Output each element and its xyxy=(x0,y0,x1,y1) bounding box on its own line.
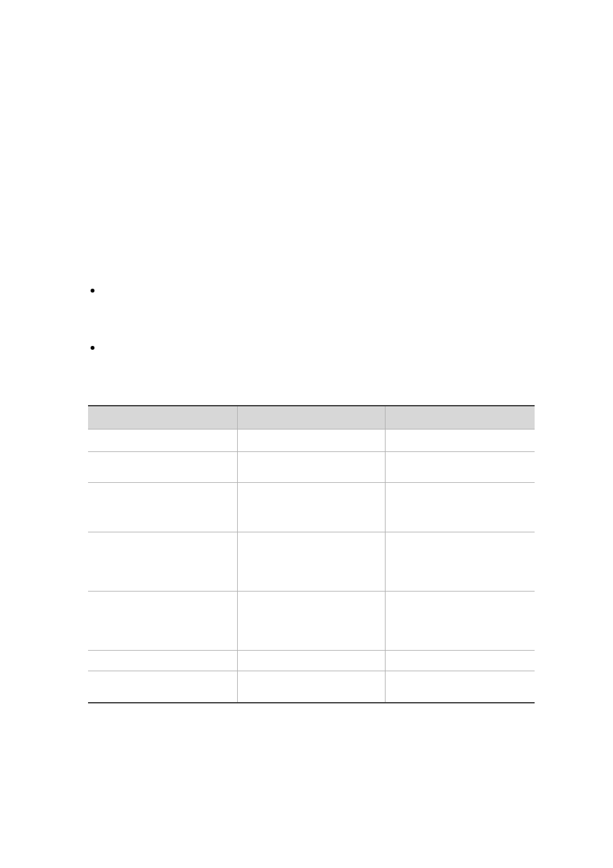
table-cell xyxy=(385,650,535,671)
table-cell xyxy=(385,671,535,703)
table-cell xyxy=(237,532,385,591)
table-row xyxy=(88,451,535,482)
table-cell xyxy=(88,429,237,451)
table-row xyxy=(88,650,535,671)
table-cell xyxy=(237,650,385,671)
bullet-icon xyxy=(91,289,94,293)
table-header-cell xyxy=(385,406,535,429)
table-cell xyxy=(385,429,535,451)
table-cell xyxy=(237,429,385,451)
table-cell xyxy=(385,532,535,591)
table-cell xyxy=(237,591,385,650)
table-row xyxy=(88,532,535,591)
table-row xyxy=(88,591,535,650)
table-cell xyxy=(88,482,237,532)
table-cell xyxy=(385,591,535,650)
table-row xyxy=(88,671,535,703)
bullet-icon xyxy=(91,346,94,350)
table-row xyxy=(88,429,535,451)
table-cell xyxy=(88,591,237,650)
table-cell xyxy=(385,451,535,482)
table-row xyxy=(88,482,535,532)
table-cell xyxy=(88,451,237,482)
table-cell xyxy=(88,650,237,671)
table-cell xyxy=(88,532,237,591)
data-table xyxy=(88,405,535,703)
table-cell xyxy=(385,482,535,532)
table-container xyxy=(88,405,535,703)
table-cell xyxy=(237,671,385,703)
table-cell xyxy=(88,671,237,703)
table-header-cell xyxy=(88,406,237,429)
table-header-cell xyxy=(237,406,385,429)
table-cell xyxy=(237,482,385,532)
table-header-row xyxy=(88,406,535,429)
table-cell xyxy=(237,451,385,482)
